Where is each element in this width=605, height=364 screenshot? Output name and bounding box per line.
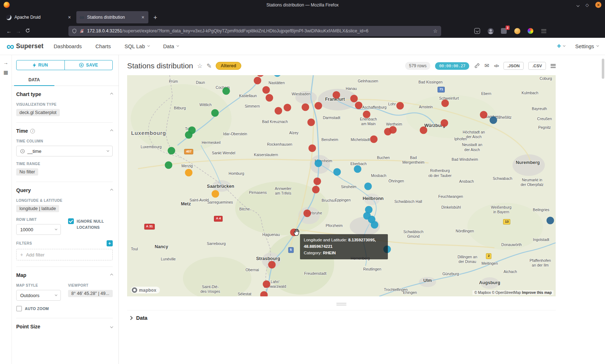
page-scrollbar-thumb[interactable] xyxy=(602,59,604,79)
tracking-protection-shield-icon[interactable] xyxy=(72,28,77,33)
save-button[interactable]: SAVE xyxy=(64,60,113,70)
chart-menu-icon[interactable] xyxy=(551,63,556,69)
map-point[interactable] xyxy=(260,291,268,296)
map-point[interactable] xyxy=(350,95,358,103)
map-point[interactable] xyxy=(302,104,309,111)
browser-menu-icon[interactable] xyxy=(540,27,547,35)
map-point[interactable] xyxy=(396,102,404,109)
map-point[interactable] xyxy=(165,161,172,169)
map-point[interactable] xyxy=(185,169,193,177)
map-point[interactable] xyxy=(307,118,315,126)
browser-tab-stations[interactable]: ∞ Stations distribution × xyxy=(76,11,148,23)
map-style-select[interactable]: Outdoors xyxy=(16,290,61,301)
add-filter-plus-button[interactable]: + xyxy=(107,240,113,246)
time-range-chip[interactable]: No filter xyxy=(16,168,38,176)
tab-close-icon[interactable]: × xyxy=(141,14,145,20)
map-point[interactable] xyxy=(167,147,175,154)
mapbox-logo[interactable]: mapbox xyxy=(131,287,160,294)
map-point[interactable] xyxy=(371,221,378,228)
reload-button[interactable] xyxy=(23,28,32,34)
map-point[interactable] xyxy=(303,209,311,217)
settings-menu[interactable]: Settings xyxy=(575,44,599,49)
map-point[interactable] xyxy=(212,190,219,198)
account-avatar-icon[interactable] xyxy=(487,27,494,35)
viewport-chip[interactable]: 8° 46' 45.28" | 49... xyxy=(68,290,113,297)
export-json-button[interactable]: .JSON xyxy=(503,62,524,70)
map-point[interactable] xyxy=(384,128,391,135)
map-point[interactable] xyxy=(314,159,322,167)
section-header-point-size[interactable]: Point Size xyxy=(16,324,113,329)
nav-item-data[interactable]: Data xyxy=(163,44,179,49)
window-minimize-icon[interactable] xyxy=(577,3,579,7)
map-point[interactable] xyxy=(364,182,372,190)
expand-panel-icon[interactable]: → xyxy=(3,60,8,65)
row-limit-select[interactable]: 10000 xyxy=(16,224,61,235)
map-point[interactable] xyxy=(441,100,449,107)
adblock-extension-icon[interactable]: 2 xyxy=(500,27,507,35)
section-header-time[interactable]: Timei xyxy=(16,128,113,134)
email-icon[interactable]: ✉ xyxy=(484,63,489,69)
map-point[interactable] xyxy=(420,127,427,134)
map-point[interactable] xyxy=(440,119,448,127)
improve-map-link[interactable]: Improve this map xyxy=(522,291,552,295)
map-point[interactable] xyxy=(254,77,261,84)
map-point[interactable] xyxy=(332,91,340,99)
lonlat-chip[interactable]: longitude | latitude xyxy=(16,205,59,212)
map-point[interactable] xyxy=(222,87,230,95)
window-maximize-icon[interactable]: ◇ xyxy=(586,3,589,7)
export-csv-button[interactable]: .CSV xyxy=(528,62,546,70)
map-point[interactable] xyxy=(263,281,270,288)
tab-close-icon[interactable]: × xyxy=(67,14,72,20)
map-point[interactable] xyxy=(273,75,281,77)
pocket-icon[interactable] xyxy=(474,27,481,35)
bookmark-star-icon[interactable]: ☆ xyxy=(433,28,438,34)
map-point[interactable] xyxy=(309,144,316,152)
map-point[interactable] xyxy=(490,116,497,124)
altered-badge[interactable]: Altered xyxy=(216,62,241,70)
add-filter-dropzone[interactable]: + Add filter xyxy=(16,249,113,260)
ignore-null-checkbox-row[interactable]: IGNORE NULL LOCATIONS xyxy=(68,218,113,231)
insecure-lock-icon[interactable] xyxy=(80,28,84,33)
favorite-star-icon[interactable]: ☆ xyxy=(197,63,202,69)
map-point[interactable] xyxy=(355,102,362,109)
auto-zoom-checkbox[interactable] xyxy=(16,306,22,311)
map-point[interactable] xyxy=(275,107,282,115)
edit-pencil-icon[interactable]: ✎ xyxy=(207,63,212,69)
map-point[interactable] xyxy=(480,111,488,119)
embed-code-icon[interactable]: </> xyxy=(494,64,499,68)
new-button[interactable]: + xyxy=(557,42,565,50)
map-point[interactable] xyxy=(354,165,362,173)
time-column-select[interactable]: __time xyxy=(16,146,113,156)
map-point[interactable] xyxy=(370,135,378,143)
map-point[interactable] xyxy=(284,104,291,111)
window-close-icon[interactable]: × xyxy=(595,2,601,8)
ignore-null-checkbox[interactable] xyxy=(68,218,74,224)
map-point[interactable] xyxy=(314,102,322,109)
map-point[interactable] xyxy=(312,186,319,193)
browser-tab-druid[interactable]: Apache Druid × xyxy=(3,11,75,23)
new-tab-button[interactable]: + xyxy=(149,12,162,23)
back-button[interactable]: ← xyxy=(4,28,14,34)
resize-handle[interactable] xyxy=(336,303,346,305)
map-point[interactable] xyxy=(333,168,341,176)
deckgl-scatter-map[interactable]: PrümDaunCochemNastättenGelnhausenBad Kis… xyxy=(127,75,556,296)
map-point[interactable] xyxy=(546,217,554,224)
section-header-map[interactable]: Map xyxy=(16,272,113,278)
copy-link-icon[interactable] xyxy=(474,63,480,69)
superset-brand[interactable]: ∞ Superset xyxy=(6,42,44,51)
nav-item-sqllab[interactable]: SQL Lab xyxy=(125,44,149,49)
nav-item-charts[interactable]: Charts xyxy=(95,44,111,49)
map-point[interactable] xyxy=(266,94,273,101)
url-bar[interactable]: 172.18.0.4:32251/superset/explore/?form_… xyxy=(68,26,441,36)
map-point[interactable] xyxy=(211,109,219,117)
section-header-chart-type[interactable]: Chart type xyxy=(16,91,113,97)
map-point[interactable] xyxy=(262,86,270,94)
viz-type-chip[interactable]: deck.gl Scatterplot xyxy=(16,109,60,116)
tab-data[interactable]: DATA xyxy=(14,75,54,86)
datasource-grid-icon[interactable]: ▦ xyxy=(3,70,8,75)
section-header-query[interactable]: Query xyxy=(16,187,113,193)
map-point[interactable] xyxy=(268,261,276,269)
data-panel-toggle[interactable]: Data xyxy=(127,310,556,321)
nav-item-dashboards[interactable]: Dashboards xyxy=(54,44,82,49)
auto-zoom-checkbox-row[interactable]: AUTO ZOOM xyxy=(16,306,61,312)
